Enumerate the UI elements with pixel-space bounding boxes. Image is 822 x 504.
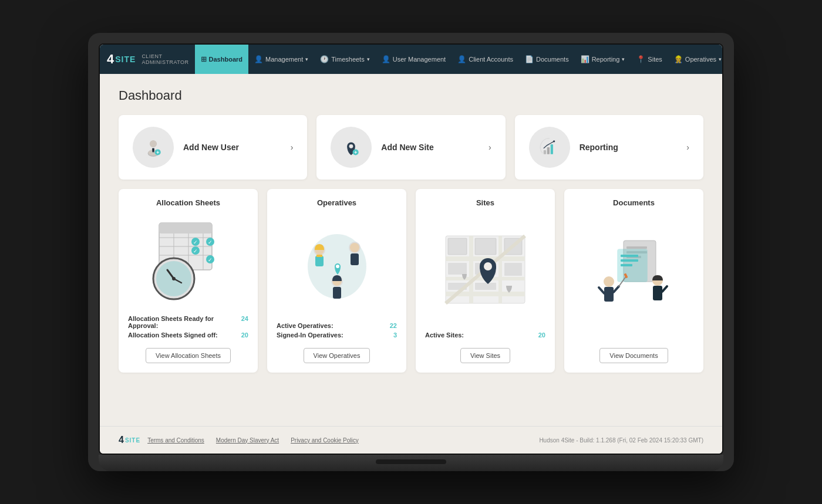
operatives-arrow: ▾ xyxy=(719,56,722,62)
brand-site-text: SITE xyxy=(115,55,136,64)
svg-point-81 xyxy=(604,276,614,287)
sites-icon: 📍 xyxy=(636,55,645,63)
reporting-label: Reporting xyxy=(580,143,678,152)
allocation-sheets-card: Allocation Sheets xyxy=(119,189,258,373)
view-sites-btn[interactable]: View Sites xyxy=(460,348,510,363)
reporting-card[interactable]: Reporting › xyxy=(515,115,703,180)
privacy-link[interactable]: Privacy and Cookie Policy xyxy=(291,437,359,444)
slavery-link[interactable]: Modern Day Slavery Act xyxy=(216,437,279,444)
svg-rect-82 xyxy=(604,287,614,302)
nav-reporting[interactable]: 📊 Reporting ▾ xyxy=(575,45,631,74)
nav-user-management[interactable]: 👤 User Management xyxy=(376,45,452,74)
navbar: 4 SITE CLIENT ADMINISTRATOR ⊞ Dashboard … xyxy=(100,45,722,74)
sites-stats: Active Sites: 20 xyxy=(425,332,545,341)
nav-management[interactable]: 👤 Management ▾ xyxy=(248,45,314,74)
reporting-arrow-card: › xyxy=(686,143,689,152)
view-operatives-btn[interactable]: View Operatives xyxy=(304,348,370,363)
svg-rect-45 xyxy=(316,255,322,257)
svg-text:✓: ✓ xyxy=(208,239,213,245)
nav-documents[interactable]: 📄 Documents xyxy=(519,45,575,74)
footer-links: Terms and Conditions Modern Day Slavery … xyxy=(147,437,359,444)
footer-brand: 4 SITE xyxy=(119,435,140,445)
nav-client-accounts[interactable]: 👤 Client Accounts xyxy=(452,45,519,74)
operatives-stats: Active Operatives: 22 Signed-In Operativ… xyxy=(277,322,397,341)
svg-rect-50 xyxy=(333,287,341,299)
svg-rect-43 xyxy=(315,256,324,266)
top-cards: + Add New User › xyxy=(119,115,703,180)
svg-rect-74 xyxy=(626,246,647,249)
footer: 4 SITE Terms and Conditions Modern Day S… xyxy=(100,426,722,454)
reporting-icon: 📊 xyxy=(581,55,589,63)
active-sites-value: 20 xyxy=(538,332,545,339)
svg-point-19 xyxy=(553,140,555,142)
stat-value-2: 20 xyxy=(241,332,248,339)
svg-point-70 xyxy=(484,262,492,270)
signed-in-value: 3 xyxy=(393,332,397,339)
active-sites-label: Active Sites: xyxy=(425,332,464,339)
page-title: Dashboard xyxy=(119,88,703,103)
svg-rect-60 xyxy=(448,238,467,255)
brand: 4 SITE CLIENT ADMINISTRATOR xyxy=(107,53,189,66)
view-documents-btn[interactable]: View Documents xyxy=(599,348,668,363)
nav-operatives[interactable]: 👷 Operatives ▾ xyxy=(668,45,723,74)
nav-dashboard[interactable]: ⊞ Dashboard xyxy=(195,45,248,74)
terms-link[interactable]: Terms and Conditions xyxy=(147,437,204,444)
stat-value-1: 24 xyxy=(241,315,248,329)
active-operatives-value: 22 xyxy=(390,322,397,329)
svg-rect-78 xyxy=(621,255,638,257)
svg-rect-61 xyxy=(475,238,496,255)
stat-label-1: Allocation Sheets Ready for Approval: xyxy=(128,315,241,329)
add-site-arrow: › xyxy=(489,143,491,152)
management-arrow: ▾ xyxy=(305,56,308,62)
brand-4-text: 4 xyxy=(107,53,114,66)
operatives-title: Operatives xyxy=(317,198,356,207)
svg-rect-59 xyxy=(498,236,502,303)
reporting-arrow: ▾ xyxy=(622,56,625,62)
user-mgmt-icon: 👤 xyxy=(382,55,390,63)
view-allocation-btn[interactable]: View Allocation Sheets xyxy=(146,348,231,363)
nav-timesheets[interactable]: 🕐 Timesheets ▾ xyxy=(314,45,375,74)
client-icon: 👤 xyxy=(457,55,466,63)
management-icon: 👤 xyxy=(254,55,263,63)
documents-icon: 📄 xyxy=(525,55,534,63)
operatives-icon: 👷 xyxy=(674,55,683,63)
bottom-cards: Allocation Sheets xyxy=(119,189,703,373)
laptop-base xyxy=(99,455,723,471)
svg-rect-47 xyxy=(351,253,359,265)
svg-rect-16 xyxy=(544,150,546,154)
nav-sites[interactable]: 📍 Sites xyxy=(631,45,668,74)
stat-label-2: Allocation Sheets Signed off: xyxy=(128,332,218,339)
svg-rect-63 xyxy=(448,263,467,275)
timesheets-arrow: ▾ xyxy=(367,56,370,62)
sites-title: Sites xyxy=(476,198,494,207)
active-operatives-label: Active Operatives: xyxy=(277,322,333,329)
svg-line-87 xyxy=(662,286,667,292)
add-new-user-card[interactable]: + Add New User › xyxy=(119,115,307,180)
timesheets-icon: 🕐 xyxy=(320,55,329,63)
svg-text:+: + xyxy=(156,150,159,155)
svg-rect-67 xyxy=(475,283,496,290)
add-user-icon: + xyxy=(133,127,174,168)
stat-row-2: Allocation Sheets Signed off: 20 xyxy=(128,332,248,339)
reporting-card-icon xyxy=(529,127,570,168)
svg-rect-17 xyxy=(547,147,549,154)
svg-point-40 xyxy=(172,277,176,280)
operatives-stat-2: Signed-In Operatives: 3 xyxy=(277,332,397,339)
sites-illustration xyxy=(425,214,545,324)
brand-role: CLIENT ADMINISTRATOR xyxy=(142,53,188,65)
add-user-arrow: › xyxy=(291,143,294,152)
allocation-stats: Allocation Sheets Ready for Approval: 24… xyxy=(128,315,248,341)
svg-rect-86 xyxy=(653,286,662,300)
operatives-illustration xyxy=(277,214,397,315)
svg-text:✓: ✓ xyxy=(193,239,198,245)
dashboard-icon: ⊞ xyxy=(201,55,207,63)
stat-row-1: Allocation Sheets Ready for Approval: 24 xyxy=(128,315,248,329)
svg-point-48 xyxy=(350,243,359,252)
sites-card: Sites xyxy=(416,189,555,373)
svg-text:+: + xyxy=(354,150,357,155)
add-site-label: Add New Site xyxy=(381,143,479,152)
svg-point-12 xyxy=(349,144,353,148)
add-user-label: Add New User xyxy=(183,143,281,152)
add-site-icon: + xyxy=(331,127,372,168)
add-new-site-card[interactable]: + Add New Site › xyxy=(316,115,505,180)
